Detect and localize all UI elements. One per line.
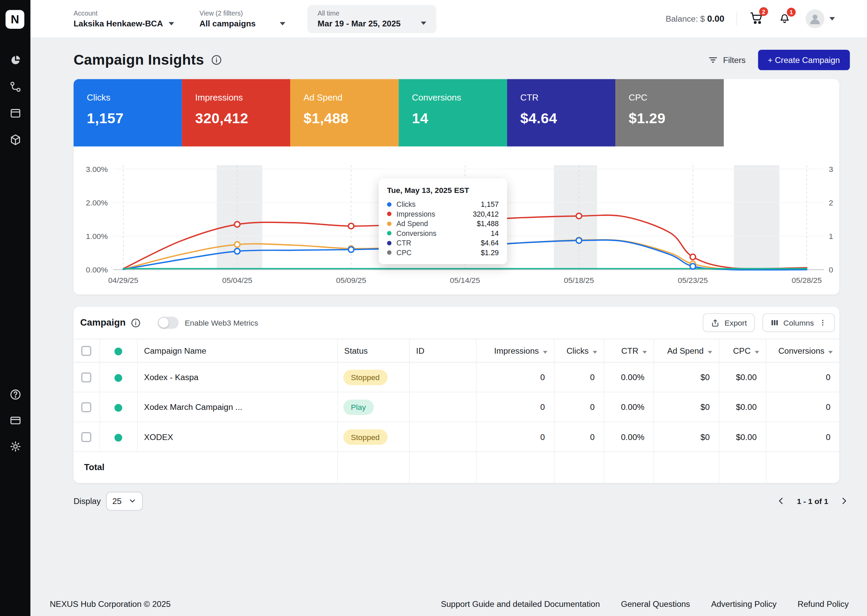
filter-icon bbox=[708, 55, 718, 65]
metric-label: CPC bbox=[629, 93, 724, 102]
account-label: Account bbox=[74, 9, 174, 17]
row-checkbox[interactable] bbox=[81, 402, 91, 412]
topbar: Account Laksika Henkaew-BCA View (2 fill… bbox=[30, 0, 867, 38]
campaigns-panel-icon[interactable] bbox=[9, 107, 21, 119]
total-label: Total bbox=[74, 452, 337, 482]
insights-card: Clicks1,157Impressions320,412Ad Spend$1,… bbox=[74, 79, 839, 294]
svg-text:05/09/25: 05/09/25 bbox=[336, 276, 366, 284]
campaign-name-cell[interactable]: XODEX bbox=[137, 422, 337, 452]
ctr-cell: 0.00% bbox=[604, 392, 654, 422]
footer-link-general-questions[interactable]: General Questions bbox=[621, 599, 690, 608]
account-value: Laksika Henkaew-BCA bbox=[74, 19, 163, 28]
cart-button[interactable]: 2 bbox=[749, 11, 763, 27]
svg-text:3: 3 bbox=[829, 165, 833, 174]
notifications-badge: 1 bbox=[787, 8, 796, 17]
cpc-cell: $0.00 bbox=[719, 392, 766, 422]
footer-link-support[interactable]: Support Guide and detailed Documentation bbox=[441, 599, 600, 608]
status-badge: Stopped bbox=[343, 429, 387, 445]
web3-metrics-toggle[interactable] bbox=[158, 317, 179, 329]
insights-chart[interactable]: 0.00%1.00%2.00%3.00%012304/29/2505/04/25… bbox=[74, 146, 839, 295]
series-dot bbox=[387, 250, 392, 255]
help-icon[interactable] bbox=[9, 388, 21, 401]
tooltip-row: Clicks1,157 bbox=[387, 200, 499, 209]
workflow-nodes-icon[interactable] bbox=[9, 80, 21, 93]
id-cell bbox=[409, 422, 476, 452]
view-selector[interactable]: View (2 fillters) All campaigns bbox=[200, 9, 285, 28]
svg-text:05/18/25: 05/18/25 bbox=[564, 276, 594, 284]
svg-text:1: 1 bbox=[829, 232, 833, 240]
col-impressions[interactable]: Impressions bbox=[476, 339, 554, 363]
account-selector[interactable]: Account Laksika Henkaew-BCA bbox=[74, 9, 174, 28]
notifications-button[interactable]: 1 bbox=[778, 11, 791, 27]
create-campaign-button[interactable]: + Create Campaign bbox=[758, 49, 850, 70]
col-campaign-name[interactable]: Campaign Name bbox=[137, 339, 337, 363]
col-ctr[interactable]: CTR bbox=[604, 339, 654, 363]
tooltip-row: CPC$1.29 bbox=[387, 248, 499, 258]
svg-text:05/14/25: 05/14/25 bbox=[450, 276, 480, 284]
avatar bbox=[806, 9, 825, 28]
sort-caret-icon bbox=[543, 351, 547, 354]
export-button[interactable]: Export bbox=[703, 313, 755, 332]
row-checkbox[interactable] bbox=[81, 372, 91, 382]
status-cell: Play bbox=[337, 392, 409, 422]
metric-value: $4.64 bbox=[520, 110, 615, 127]
col-id[interactable]: ID bbox=[409, 339, 476, 363]
profile-menu[interactable] bbox=[806, 9, 835, 28]
info-icon[interactable] bbox=[131, 317, 141, 328]
sort-caret-icon bbox=[828, 351, 833, 354]
app-logo[interactable]: N bbox=[5, 10, 24, 29]
metric-tile-ctr[interactable]: CTR$4.64 bbox=[507, 79, 615, 146]
copyright: NEXUS Hub Corporation © 2025 bbox=[50, 599, 171, 608]
sidebar: N bbox=[0, 0, 30, 616]
conversions-cell: 0 bbox=[766, 362, 839, 392]
cpc-cell: $0.00 bbox=[719, 422, 766, 452]
metric-tiles: Clicks1,157Impressions320,412Ad Spend$1,… bbox=[74, 79, 839, 146]
col-cpc[interactable]: CPC bbox=[719, 339, 766, 363]
metric-value: 320,412 bbox=[195, 110, 290, 127]
kebab-menu-icon bbox=[818, 318, 827, 327]
campaign-name-cell[interactable]: Xodex - Kaspa bbox=[137, 362, 337, 392]
metric-tile-impressions[interactable]: Impressions320,412 bbox=[182, 79, 290, 146]
metric-tile-clicks[interactable]: Clicks1,157 bbox=[74, 79, 182, 146]
page-footer: NEXUS Hub Corporation © 2025 Support Gui… bbox=[50, 599, 849, 608]
columns-icon bbox=[770, 318, 779, 327]
settings-gear-icon[interactable] bbox=[9, 440, 21, 453]
daterange-label: All time bbox=[318, 9, 426, 17]
tooltip-row: Conversions14 bbox=[387, 228, 499, 238]
footer-link-advertising-policy[interactable]: Advertising Policy bbox=[711, 599, 777, 608]
view-label: View (2 fillters) bbox=[200, 9, 285, 17]
col-status[interactable]: Status bbox=[337, 339, 409, 363]
campaign-table-card: Campaign Enable Web3 Metrics Export Colu… bbox=[74, 306, 839, 482]
next-page-button[interactable] bbox=[838, 495, 850, 507]
balance-label: Balance: $ bbox=[666, 14, 705, 24]
header-status-dot bbox=[115, 347, 122, 355]
ad-spend-cell: $0 bbox=[654, 422, 719, 452]
series-dot bbox=[387, 222, 392, 226]
col-conversions[interactable]: Conversions bbox=[766, 339, 839, 363]
series-dot bbox=[387, 212, 392, 216]
campaign-name-cell[interactable]: Xodex March Campaign ... bbox=[137, 392, 337, 422]
ctr-cell: 0.00% bbox=[604, 362, 654, 392]
metric-label: Conversions bbox=[412, 93, 507, 102]
metric-tile-cpc[interactable]: CPC$1.29 bbox=[615, 79, 724, 146]
filters-button[interactable]: Filters bbox=[701, 50, 752, 69]
status-cell: Stopped bbox=[337, 422, 409, 452]
col-ad-spend[interactable]: Ad Spend bbox=[654, 339, 719, 363]
columns-button[interactable]: Columns bbox=[762, 313, 835, 332]
display-count-select[interactable]: 25 bbox=[106, 492, 143, 511]
metric-tile-ad-spend[interactable]: Ad Spend$1,488 bbox=[290, 79, 399, 146]
divider bbox=[736, 11, 737, 26]
footer-link-refund-policy[interactable]: Refund Policy bbox=[798, 599, 849, 608]
analytics-pie-icon[interactable] bbox=[9, 54, 21, 66]
select-all-checkbox[interactable] bbox=[81, 346, 91, 356]
billing-card-icon[interactable] bbox=[9, 414, 21, 426]
daterange-selector[interactable]: All time Mar 19 - Mar 25, 2025 bbox=[307, 5, 436, 33]
metric-tile-conversions[interactable]: Conversions14 bbox=[399, 79, 507, 146]
metric-label: CTR bbox=[520, 93, 615, 102]
row-checkbox[interactable] bbox=[81, 432, 91, 442]
info-icon[interactable] bbox=[211, 54, 222, 65]
prev-page-button[interactable] bbox=[775, 495, 787, 507]
package-cube-icon[interactable] bbox=[9, 134, 21, 146]
pagination: 1 - 1 of 1 bbox=[775, 495, 850, 507]
col-clicks[interactable]: Clicks bbox=[554, 339, 604, 363]
